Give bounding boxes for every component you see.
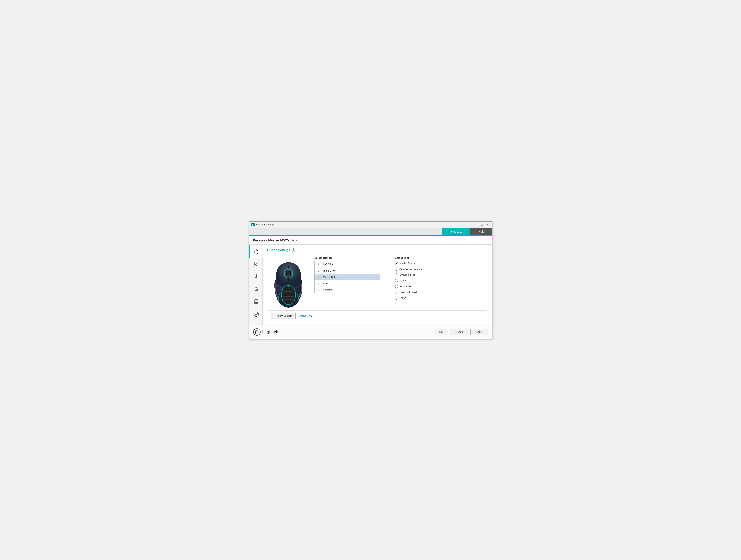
sidebar-item-game[interactable]	[249, 270, 263, 283]
svg-rect-9	[256, 277, 257, 278]
profile-icon: +	[253, 286, 260, 293]
task-option-middle-button[interactable]: Middle Button	[395, 262, 487, 265]
svg-marker-5	[255, 262, 257, 266]
close-button[interactable]: ✕	[485, 223, 490, 227]
mouse-image: ◀ ▶	[269, 256, 308, 310]
device-header: Wireless Mouse M525	[249, 236, 492, 245]
svg-text:+: +	[257, 290, 258, 291]
radio-zoom	[395, 279, 398, 282]
asterisk-icon	[253, 311, 260, 318]
radio-middle-button	[395, 262, 398, 265]
battery-icon	[253, 298, 260, 305]
sidebar-item-more[interactable]	[249, 308, 263, 321]
apply-button[interactable]: Apply	[470, 329, 488, 335]
select-task-panel: Select Task Middle Button	[393, 256, 487, 310]
svg-rect-11	[255, 275, 257, 275]
svg-point-26	[286, 269, 290, 278]
tab-my-mouse[interactable]: My Mouse	[442, 228, 470, 235]
sidebar-item-buttons[interactable]	[249, 245, 263, 258]
ok-button[interactable]: OK	[433, 329, 449, 335]
radio-doc-flip	[395, 273, 398, 276]
list-item[interactable]: 5 Forward	[315, 287, 380, 293]
sidebar: +	[249, 245, 263, 325]
sidebar-item-profile[interactable]: +	[249, 283, 263, 296]
help-icon[interactable]: ?	[292, 248, 295, 252]
svg-rect-8	[255, 278, 257, 278]
section-title: Button Settings ?	[267, 248, 487, 252]
svg-rect-1	[252, 225, 253, 226]
online-help-link[interactable]: Online Help	[299, 314, 312, 317]
mouse-icon	[253, 248, 260, 255]
task-option-doc-flip[interactable]: Document Flip	[395, 273, 487, 276]
radio-autoscroll	[395, 285, 398, 288]
app-icon	[251, 223, 255, 227]
content-area: Wireless Mouse M525	[249, 236, 492, 325]
battery-indicator	[291, 239, 296, 242]
tab-tools[interactable]: Tools	[470, 228, 492, 235]
svg-rect-18	[255, 302, 258, 304]
device-name: Wireless Mouse M525	[253, 238, 289, 242]
title-bar: SetPoint Settings — □ ✕	[249, 222, 492, 228]
button-settings-content: ◀ ▶ Select Button 1 Left Click	[267, 256, 487, 310]
svg-point-4	[256, 250, 257, 251]
svg-point-13	[255, 288, 257, 289]
sidebar-item-pointer[interactable]	[249, 258, 263, 270]
pointer-icon	[253, 261, 260, 267]
svg-line-6	[258, 262, 258, 263]
chess-icon	[253, 273, 260, 280]
task-option-zoom[interactable]: Zoom	[395, 279, 487, 282]
list-item[interactable]: 4 Back	[315, 280, 380, 287]
select-button-label: Select Button	[314, 256, 380, 259]
svg-text:▶: ▶	[299, 285, 300, 287]
footer: Logitech OK Cancel Apply	[249, 325, 492, 338]
task-option-universal-scroll[interactable]: Universal Scroll	[395, 291, 487, 294]
mouse-visual: ◀ ▶	[267, 256, 310, 310]
restore-defaults-button[interactable]: Restore Defaults	[271, 313, 295, 319]
main-window: SetPoint Settings — □ ✕ My Mouse Tools W…	[249, 222, 492, 339]
svg-rect-10	[256, 275, 257, 277]
list-item[interactable]: 1 Left Click	[315, 261, 380, 267]
task-option-other[interactable]: Other	[395, 297, 487, 300]
list-item-selected[interactable]: 3 Middle Button	[315, 274, 380, 280]
window-controls: — □ ✕	[473, 223, 490, 227]
window-title: SetPoint Settings	[256, 223, 473, 226]
main-layout: +	[249, 245, 492, 325]
svg-point-44	[287, 285, 289, 287]
select-button-panel: Select Button 1 Left Click 2 Right Click	[314, 256, 380, 310]
radio-app-switcher	[395, 267, 398, 271]
maximize-button[interactable]: □	[479, 223, 484, 227]
footer-buttons: OK Cancel Apply	[433, 329, 488, 335]
list-item[interactable]: 2 Right Click	[315, 267, 380, 274]
logitech-logo: Logitech	[253, 328, 278, 336]
svg-point-48	[253, 328, 260, 335]
logitech-text: Logitech	[262, 330, 278, 334]
minimize-button[interactable]: —	[473, 223, 478, 227]
logitech-logo-icon	[253, 328, 261, 336]
svg-text:◀: ◀	[275, 285, 276, 287]
cancel-button[interactable]: Cancel	[450, 329, 469, 335]
bottom-bar: Restore Defaults Online Help	[267, 310, 487, 321]
button-list: 1 Left Click 2 Right Click 3 Middle Butt…	[314, 261, 380, 293]
radio-universal-scroll	[395, 291, 398, 294]
task-option-autoscroll[interactable]: AutoScroll	[395, 285, 487, 288]
sidebar-item-battery[interactable]	[249, 296, 263, 308]
tab-bar: My Mouse Tools	[249, 228, 492, 236]
task-option-app-switcher[interactable]: Application Switcher	[395, 267, 487, 271]
radio-other	[395, 297, 398, 300]
settings-panel: Button Settings ?	[263, 245, 492, 325]
select-task-label: Select Task	[395, 256, 487, 259]
task-list: Middle Button Application Switcher Docum…	[395, 262, 487, 300]
svg-point-12	[256, 274, 257, 275]
